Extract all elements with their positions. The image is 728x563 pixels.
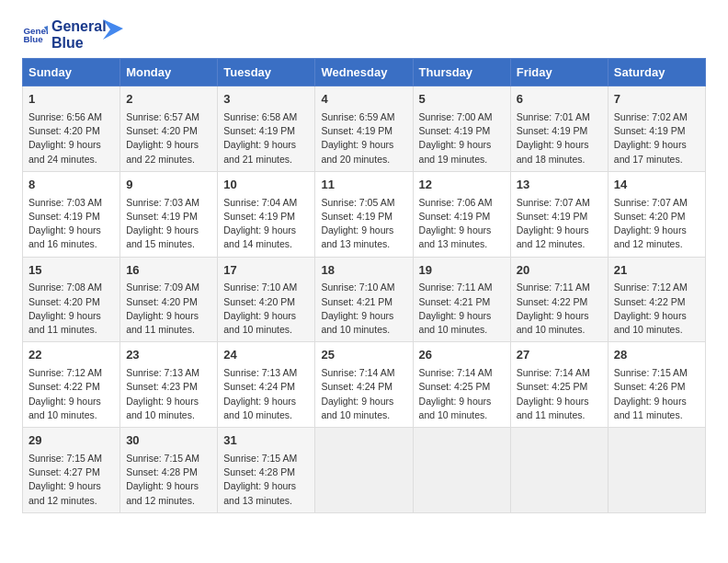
sunrise: Sunrise: 7:14 AM — [321, 367, 394, 378]
sunrise: Sunrise: 7:11 AM — [517, 282, 590, 293]
daylight: Daylight: 9 hours and 12 minutes. — [126, 480, 199, 505]
daylight: Daylight: 9 hours and 10 minutes. — [517, 310, 589, 335]
daylight: Daylight: 9 hours and 13 minutes. — [321, 224, 393, 249]
calendar-cell: 11Sunrise: 7:05 AMSunset: 4:19 PMDayligh… — [315, 171, 413, 257]
calendar-cell: 17Sunrise: 7:10 AMSunset: 4:20 PMDayligh… — [218, 257, 315, 342]
day-number: 11 — [321, 177, 406, 194]
calendar-week-row: 15Sunrise: 7:08 AMSunset: 4:20 PMDayligh… — [23, 257, 706, 342]
day-number: 16 — [126, 262, 211, 280]
day-number: 31 — [223, 432, 309, 450]
header-friday: Friday — [510, 59, 608, 86]
calendar-cell: 24Sunrise: 7:13 AMSunset: 4:24 PMDayligh… — [218, 342, 315, 428]
calendar-cell: 22Sunrise: 7:12 AMSunset: 4:22 PMDayligh… — [23, 342, 120, 428]
sunset: Sunset: 4:21 PM — [419, 296, 491, 307]
sunrise: Sunrise: 7:13 AM — [223, 367, 297, 378]
sunset: Sunset: 4:20 PM — [28, 125, 100, 136]
calendar-cell: 8Sunrise: 7:03 AMSunset: 4:19 PMDaylight… — [23, 171, 120, 257]
day-number: 2 — [126, 91, 211, 109]
sunset: Sunset: 4:19 PM — [28, 211, 100, 222]
day-number: 19 — [419, 262, 505, 280]
sunrise: Sunrise: 6:59 AM — [321, 111, 394, 122]
daylight: Daylight: 9 hours and 15 minutes. — [126, 224, 199, 249]
sunrise: Sunrise: 6:56 AM — [28, 111, 102, 122]
sunset: Sunset: 4:25 PM — [517, 381, 588, 392]
daylight: Daylight: 9 hours and 12 minutes. — [614, 224, 687, 249]
sunset: Sunset: 4:23 PM — [126, 381, 198, 392]
sunrise: Sunrise: 7:09 AM — [126, 282, 199, 293]
day-number: 8 — [28, 177, 114, 194]
day-number: 20 — [517, 262, 602, 280]
daylight: Daylight: 9 hours and 12 minutes. — [517, 224, 589, 249]
daylight: Daylight: 9 hours and 10 minutes. — [321, 310, 393, 335]
calendar-cell: 19Sunrise: 7:11 AMSunset: 4:21 PMDayligh… — [413, 257, 510, 342]
sunset: Sunset: 4:28 PM — [126, 466, 198, 477]
calendar-cell: 23Sunrise: 7:13 AMSunset: 4:23 PMDayligh… — [120, 342, 218, 428]
calendar-cell: 14Sunrise: 7:07 AMSunset: 4:20 PMDayligh… — [608, 171, 705, 257]
sunrise: Sunrise: 7:14 AM — [419, 367, 493, 378]
sunset: Sunset: 4:19 PM — [126, 211, 198, 222]
daylight: Daylight: 9 hours and 10 minutes. — [419, 396, 492, 420]
calendar-table: SundayMondayTuesdayWednesdayThursdayFrid… — [22, 58, 706, 513]
calendar-cell: 25Sunrise: 7:14 AMSunset: 4:24 PMDayligh… — [315, 342, 413, 428]
sunrise: Sunrise: 7:14 AM — [517, 367, 590, 378]
header-monday: Monday — [120, 59, 218, 86]
daylight: Daylight: 9 hours and 10 minutes. — [419, 310, 492, 335]
calendar-cell — [413, 428, 510, 513]
logo-line2: Blue — [51, 35, 107, 52]
calendar-header-row: SundayMondayTuesdayWednesdayThursdayFrid… — [23, 59, 706, 86]
daylight: Daylight: 9 hours and 13 minutes. — [223, 480, 296, 505]
sunset: Sunset: 4:19 PM — [321, 125, 392, 136]
sunrise: Sunrise: 7:01 AM — [517, 111, 590, 122]
calendar-cell — [608, 428, 705, 513]
sunrise: Sunrise: 7:10 AM — [223, 282, 297, 293]
daylight: Daylight: 9 hours and 18 minutes. — [517, 139, 589, 164]
day-number: 7 — [614, 91, 700, 109]
sunrise: Sunrise: 7:12 AM — [614, 282, 688, 293]
header-sunday: Sunday — [23, 59, 120, 86]
daylight: Daylight: 9 hours and 10 minutes. — [126, 396, 199, 420]
calendar-cell: 16Sunrise: 7:09 AMSunset: 4:20 PMDayligh… — [120, 257, 218, 342]
sunset: Sunset: 4:26 PM — [614, 381, 686, 392]
header-thursday: Thursday — [413, 59, 510, 86]
daylight: Daylight: 9 hours and 16 minutes. — [28, 224, 101, 249]
daylight: Daylight: 9 hours and 10 minutes. — [223, 396, 296, 420]
calendar-cell: 29Sunrise: 7:15 AMSunset: 4:27 PMDayligh… — [23, 428, 120, 513]
day-number: 27 — [517, 347, 602, 364]
calendar-week-row: 29Sunrise: 7:15 AMSunset: 4:27 PMDayligh… — [23, 428, 706, 513]
calendar-cell: 10Sunrise: 7:04 AMSunset: 4:19 PMDayligh… — [218, 171, 315, 257]
daylight: Daylight: 9 hours and 14 minutes. — [223, 224, 296, 249]
calendar-cell — [510, 428, 608, 513]
calendar-cell: 1Sunrise: 6:56 AMSunset: 4:20 PMDaylight… — [23, 86, 120, 172]
sunset: Sunset: 4:20 PM — [126, 296, 198, 307]
day-number: 21 — [614, 262, 700, 280]
daylight: Daylight: 9 hours and 11 minutes. — [126, 310, 199, 335]
sunset: Sunset: 4:25 PM — [419, 381, 491, 392]
sunrise: Sunrise: 7:08 AM — [28, 282, 102, 293]
sunset: Sunset: 4:19 PM — [614, 125, 686, 136]
sunset: Sunset: 4:19 PM — [419, 125, 491, 136]
calendar-cell: 20Sunrise: 7:11 AMSunset: 4:22 PMDayligh… — [510, 257, 608, 342]
calendar-cell: 15Sunrise: 7:08 AMSunset: 4:20 PMDayligh… — [23, 257, 120, 342]
calendar-cell: 12Sunrise: 7:06 AMSunset: 4:19 PMDayligh… — [413, 171, 510, 257]
sunrise: Sunrise: 7:06 AM — [419, 197, 493, 208]
sunset: Sunset: 4:20 PM — [614, 211, 686, 222]
calendar-cell: 30Sunrise: 7:15 AMSunset: 4:28 PMDayligh… — [120, 428, 218, 513]
sunset: Sunset: 4:22 PM — [614, 296, 686, 307]
day-number: 3 — [223, 91, 309, 109]
sunset: Sunset: 4:19 PM — [517, 125, 588, 136]
day-number: 17 — [223, 262, 309, 280]
daylight: Daylight: 9 hours and 17 minutes. — [614, 139, 687, 164]
header-tuesday: Tuesday — [218, 59, 315, 86]
sunrise: Sunrise: 7:15 AM — [28, 453, 102, 464]
sunset: Sunset: 4:19 PM — [517, 211, 588, 222]
daylight: Daylight: 9 hours and 12 minutes. — [28, 480, 101, 505]
logo-icon: General Blue — [22, 22, 48, 48]
header-wednesday: Wednesday — [315, 59, 413, 86]
calendar-cell: 6Sunrise: 7:01 AMSunset: 4:19 PMDaylight… — [510, 86, 608, 172]
daylight: Daylight: 9 hours and 10 minutes. — [321, 396, 393, 420]
day-number: 4 — [321, 91, 406, 109]
daylight: Daylight: 9 hours and 20 minutes. — [321, 139, 393, 164]
sunrise: Sunrise: 7:12 AM — [28, 367, 102, 378]
sunrise: Sunrise: 7:15 AM — [614, 367, 688, 378]
daylight: Daylight: 9 hours and 10 minutes. — [223, 310, 296, 335]
